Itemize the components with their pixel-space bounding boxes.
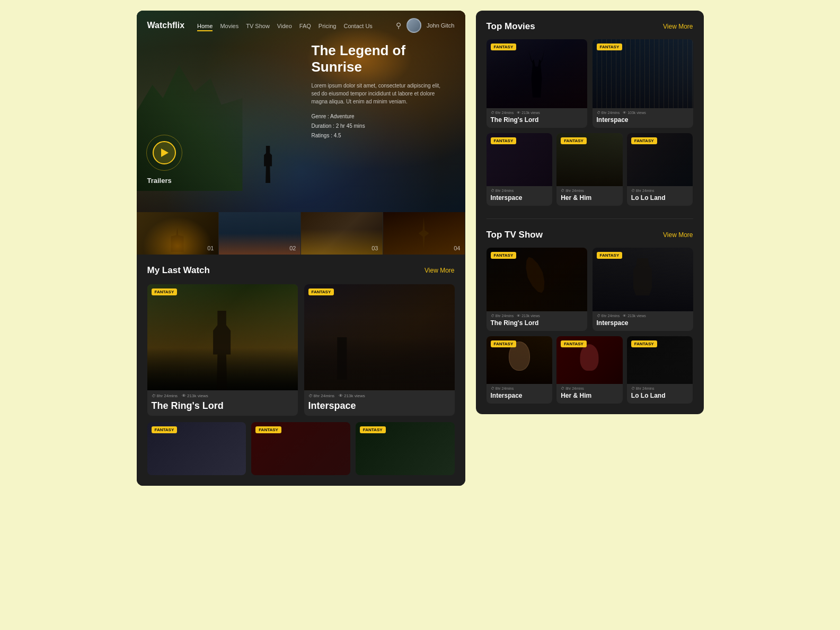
- tv-card-1[interactable]: Fantasy ⏱ 8hr 24mins 👁 213k views The Ri…: [487, 248, 587, 331]
- trailers-label: Trailers: [147, 177, 172, 185]
- navbar: Watchflix Home Movies TV Show Video FAQ …: [137, 11, 465, 40]
- my-last-watch-view-more[interactable]: View More: [425, 267, 454, 274]
- tv-card-2[interactable]: Fantasy ⏱ 6hr 24mins 👁 213k views Inters…: [593, 248, 693, 331]
- play-button[interactable]: [153, 141, 176, 164]
- last-watch-card-1[interactable]: Fantasy 8hr 24mins 213k views The Ring's…: [147, 284, 298, 416]
- tv-card-5-badge: Fantasy: [631, 340, 657, 347]
- tv-card-3-badge: Fantasy: [491, 340, 517, 347]
- trailers-row: 01 02 03 04: [137, 212, 465, 255]
- top-movie-card-3-duration: ⏱ 8hr 24mins: [491, 189, 514, 192]
- last-watch-card-1-title: The Ring's Lord: [152, 400, 294, 412]
- nav-item-movies[interactable]: Movies: [220, 21, 238, 30]
- last-watch-card-2-city: [304, 316, 455, 390]
- last-watch-bottom-card-2[interactable]: Fantasy: [251, 422, 350, 475]
- last-watch-card-2-info: 8hr 24mins 213k views Interspace: [304, 390, 455, 416]
- last-watch-bottom-card-3[interactable]: Fantasy: [356, 422, 455, 475]
- top-movie-card-4-image: Fantasy: [556, 133, 623, 186]
- tv-card-2-duration: ⏱ 6hr 24mins: [597, 314, 620, 318]
- top-movie-card-1-badge: Fantasy: [491, 43, 517, 50]
- top-movies-header: Top Movies View More: [487, 21, 693, 32]
- hero-content: The Legend of Sunrise Lorem ipsum dolor …: [312, 42, 449, 141]
- top-movie-card-1-info: ⏱ 6hr 24mins 👁 213k views The Ring's Lor…: [487, 108, 587, 128]
- top-movie-card-1-title: The Ring's Lord: [491, 116, 583, 124]
- nav-link-pricing[interactable]: Pricing: [319, 23, 337, 29]
- nav-link-video[interactable]: Video: [277, 23, 292, 29]
- top-movie-card-2-title: Interspace: [597, 116, 689, 124]
- trailer-1[interactable]: 01: [137, 212, 219, 255]
- top-movies-view-more[interactable]: View More: [663, 23, 693, 30]
- nav-item-contact[interactable]: Contact Us: [343, 21, 372, 30]
- top-movie-card-2-views: 👁 103k views: [623, 111, 646, 115]
- last-watch-bottom-card-1[interactable]: Fantasy: [147, 422, 246, 475]
- nav-link-faq[interactable]: FAQ: [299, 23, 311, 29]
- top-movie-card-3-info: ⏱ 8hr 24mins Interspace: [487, 186, 553, 206]
- tv-card-1-image: Fantasy: [487, 248, 587, 311]
- last-watch-bottom-cards: Fantasy Fantasy Fantasy: [147, 422, 455, 475]
- tv-card-1-info: ⏱ 8hr 24mins 👁 213k views The Ring's Lor…: [487, 311, 587, 331]
- tv-card-5-duration: ⏱ 8hr 24mins: [631, 387, 655, 390]
- trailer-4[interactable]: 04: [383, 212, 465, 255]
- nav-link-contact[interactable]: Contact Us: [343, 23, 372, 29]
- top-movie-card-4-info: ⏱ 8hr 24mins Her & Him: [556, 186, 623, 206]
- tv-card-4-image: Fantasy: [556, 336, 623, 384]
- top-movie-card-5[interactable]: Fantasy ⏱ 8hr 24mins Lo Lo Land: [627, 133, 693, 206]
- top-movie-card-2[interactable]: Fantasy ⏱ 6hr 24mins 👁 103k views Inters…: [593, 39, 693, 128]
- trailer-2-num: 02: [289, 245, 296, 251]
- tv-card-5-info: ⏱ 8hr 24mins Lo Lo Land: [627, 384, 693, 404]
- last-watch-card-2[interactable]: Fantasy 8hr 24mins 213k views Interspace: [304, 284, 455, 416]
- navbar-right: ⚲ John Gitch: [396, 18, 455, 33]
- nav-item-faq[interactable]: FAQ: [299, 21, 311, 30]
- nav-item-tvshow[interactable]: TV Show: [246, 21, 270, 30]
- top-tv-row2: Fantasy ⏱ 8hr 24mins Interspace Fantasy: [487, 336, 693, 404]
- hero-title: The Legend of Sunrise: [312, 42, 449, 75]
- top-movie-card-2-duration: ⏱ 6hr 24mins: [597, 111, 620, 115]
- tv-card-3-image: Fantasy: [487, 336, 553, 384]
- top-movie-card-2-image: Fantasy: [593, 39, 693, 108]
- tv-card-5-image: Fantasy: [627, 336, 693, 384]
- last-watch-bottom-badge-1: Fantasy: [152, 426, 178, 433]
- tv-card-4-title: Her & Him: [561, 392, 618, 399]
- top-movie-card-4[interactable]: Fantasy ⏱ 8hr 24mins Her & Him: [556, 133, 623, 206]
- tv-card-5-meta: ⏱ 8hr 24mins: [631, 387, 689, 390]
- search-icon[interactable]: ⚲: [396, 21, 401, 30]
- nav-link-movies[interactable]: Movies: [220, 23, 238, 29]
- top-movie-card-5-badge: Fantasy: [631, 137, 657, 144]
- trailer-2[interactable]: 02: [219, 212, 301, 255]
- clock-icon-2: [308, 393, 313, 398]
- last-watch-card-1-duration: 8hr 24mins: [152, 393, 178, 398]
- trailer-4-num: 04: [454, 245, 460, 251]
- nav-item-home[interactable]: Home: [197, 21, 213, 30]
- last-watch-card-2-views: 213k views: [339, 393, 365, 398]
- tv-card-1-views: 👁 213k views: [517, 314, 540, 318]
- user-avatar[interactable]: [406, 18, 421, 33]
- eye-icon-2: [339, 393, 343, 398]
- top-tv-view-more[interactable]: View More: [663, 231, 693, 239]
- top-movie-card-1[interactable]: Fantasy ⏱ 6hr 24mins 👁 213k views The Ri…: [487, 39, 587, 128]
- top-movie-card-3[interactable]: Fantasy ⏱ 8hr 24mins Interspace: [487, 133, 553, 206]
- tv-card-2-title: Interspace: [597, 319, 689, 327]
- hero-meta: Genre : Adventure Duration : 2 hr 45 min…: [312, 112, 449, 141]
- tv-card-3-duration: ⏱ 8hr 24mins: [491, 387, 514, 390]
- last-watch-bottom-badge-2: Fantasy: [255, 426, 281, 433]
- top-movie-card-1-meta: ⏱ 6hr 24mins 👁 213k views: [491, 111, 583, 115]
- trailer-4-bg: [383, 212, 465, 255]
- nav-link-tvshow[interactable]: TV Show: [246, 23, 270, 29]
- trailer-3[interactable]: 03: [301, 212, 383, 255]
- last-watch-card-1-image: Fantasy: [147, 284, 298, 390]
- top-movies-row2: Fantasy ⏱ 8hr 24mins Interspace Fantasy …: [487, 133, 693, 206]
- tv-card-5[interactable]: Fantasy ⏱ 8hr 24mins Lo Lo Land: [627, 336, 693, 404]
- last-watch-card-2-title: Interspace: [308, 400, 450, 412]
- tv-card-4-meta: ⏱ 8hr 24mins: [561, 387, 618, 390]
- tv-card-3[interactable]: Fantasy ⏱ 8hr 24mins Interspace: [487, 336, 553, 404]
- last-watch-main-cards: Fantasy 8hr 24mins 213k views The Ring's…: [147, 284, 455, 416]
- clock-icon-1: [152, 393, 156, 398]
- tv-card-4-badge: Fantasy: [561, 340, 587, 347]
- hero-section: Watchflix Home Movies TV Show Video FAQ …: [137, 11, 465, 212]
- username-label: John Gitch: [427, 22, 455, 29]
- last-watch-card-1-meta: 8hr 24mins 213k views: [152, 393, 294, 398]
- nav-item-pricing[interactable]: Pricing: [319, 21, 337, 30]
- nav-item-video[interactable]: Video: [277, 21, 292, 30]
- nav-link-home[interactable]: Home: [197, 23, 213, 31]
- tv-card-4[interactable]: Fantasy ⏱ 8hr 24mins Her & Him: [556, 336, 623, 404]
- trailer-4-tint: [383, 212, 465, 255]
